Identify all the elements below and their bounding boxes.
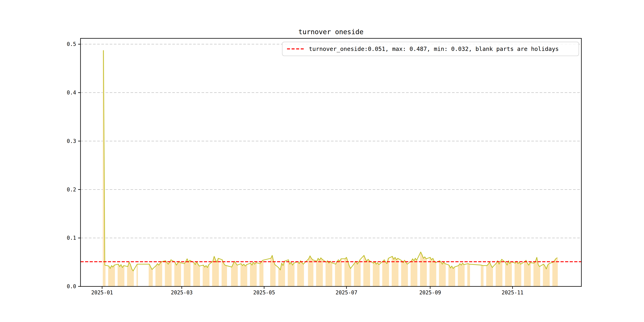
y-tick-label: 0.0 [67, 284, 76, 290]
trading-week-band [250, 262, 257, 286]
trading-week-band [260, 260, 263, 286]
y-tick-label: 0.1 [67, 235, 76, 241]
x-tick-label: 2025-01 [91, 290, 113, 296]
figure: 0.00.10.20.30.40.52025-012025-032025-052… [0, 0, 644, 322]
trading-week-band [308, 256, 314, 286]
trading-week-band [136, 264, 138, 286]
plot-area [80, 38, 582, 286]
y-tick-label: 0.4 [67, 90, 76, 96]
trading-week-band [118, 264, 124, 286]
trading-week-band [326, 261, 332, 286]
trading-week-band [411, 258, 418, 286]
trading-week-band [240, 264, 247, 286]
x-tick-label: 2025-09 [419, 290, 441, 296]
y-tick-label: 0.3 [67, 138, 76, 144]
x-tick-label: 2025-11 [502, 290, 524, 296]
y-tick-label: 0.2 [67, 187, 76, 192]
trading-week-band [203, 264, 210, 286]
trading-week-band [439, 261, 446, 286]
chart-title: turnover oneside [298, 28, 364, 36]
x-tick-label: 2025-05 [253, 290, 275, 296]
chart-canvas: 0.00.10.20.30.40.52025-012025-032025-052… [0, 0, 644, 322]
trading-week-band [514, 261, 521, 286]
legend: turnover_oneside:0.051, max: 0.487, min:… [282, 42, 579, 56]
trading-week-band [481, 265, 484, 286]
trading-week-band [297, 261, 304, 286]
trading-week-band [392, 256, 398, 286]
trading-week-band [373, 262, 380, 286]
y-tick-label: 0.5 [67, 41, 76, 47]
trading-week-band [524, 260, 531, 286]
x-tick-label: 2025-03 [171, 290, 193, 296]
x-tick-label: 2025-07 [336, 290, 358, 296]
trading-week-band [448, 265, 455, 286]
trading-week-band [108, 265, 115, 286]
legend-label: turnover_oneside:0.051, max: 0.487, min:… [309, 46, 559, 52]
trading-week-band [505, 261, 512, 286]
trading-week-band [467, 264, 470, 286]
trading-week-band [458, 263, 465, 286]
trading-week-band [174, 261, 181, 286]
